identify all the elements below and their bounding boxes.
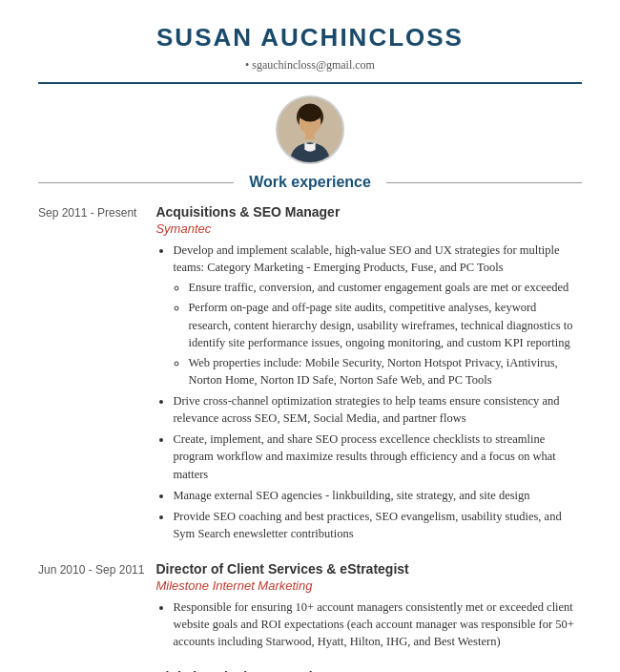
work-experience-header: Work experience [38, 174, 582, 191]
job-title-1: Director of Client Services & eStrategis… [155, 561, 582, 577]
sub-bullets-0-0: Ensure traffic, conversion, and customer… [173, 279, 582, 388]
job-row-1: Jun 2010 - Sep 2011Director of Client Se… [38, 561, 582, 669]
bullet-0-0: Develop and implement scalable, high-val… [173, 242, 582, 388]
header-section: SUSAN AUCHINCLOSS sgauchincloss@gmail.co… [38, 23, 582, 84]
sub-bullet-0-0-1: Perform on-page and off-page site audits… [188, 299, 582, 350]
bullet-0-1: Drive cross-channel optimization strateg… [173, 392, 582, 427]
bullet-0-2: Create, implement, and share SEO process… [173, 430, 582, 482]
job-detail-1: Director of Client Services & eStrategis… [152, 561, 582, 669]
job-title-0: Acquisitions & SEO Manager [155, 204, 582, 220]
job-detail-0: Acquisitions & SEO ManagerSymantecDevelo… [152, 204, 582, 561]
resume-container: SUSAN AUCHINCLOSS sgauchincloss@gmail.co… [0, 0, 620, 672]
job-dates-1: Jun 2010 - Sep 2011 [38, 561, 152, 669]
job-row-0: Sep 2011 - PresentAcquisitions & SEO Man… [38, 204, 582, 561]
svg-rect-4 [305, 133, 314, 140]
sub-bullet-0-0-0: Ensure traffic, conversion, and customer… [188, 279, 582, 296]
section-title-work: Work experience [234, 174, 386, 191]
experience-table: Sep 2011 - PresentAcquisitions & SEO Man… [38, 204, 582, 672]
sub-bullet-0-0-2: Web properties include: Mobile Security,… [188, 354, 582, 388]
profile-photo [276, 95, 344, 164]
job-bullets-0: Develop and implement scalable, high-val… [155, 242, 582, 542]
contact-line: sgauchincloss@gmail.com [38, 58, 582, 73]
job-company-1: Milestone Internet Marketing [155, 578, 582, 593]
section-line-left [38, 182, 234, 183]
bullet-0-4: Provide SEO coaching and best practices,… [173, 508, 582, 542]
photo-container [38, 95, 582, 164]
svg-point-3 [299, 104, 322, 122]
section-line-right [386, 182, 582, 183]
email-address: sgauchincloss@gmail.com [252, 58, 375, 72]
bullet-0-3: Manage external SEO agencies - linkbuild… [173, 487, 582, 504]
job-dates-0: Sep 2011 - Present [38, 204, 152, 561]
job-bullets-1: Responsible for ensuring 10+ account man… [155, 598, 582, 650]
profile-photo-svg [278, 95, 342, 164]
candidate-name: SUSAN AUCHINCLOSS [38, 23, 582, 52]
job-company-0: Symantec [155, 221, 582, 236]
bullet-1-0: Responsible for ensuring 10+ account man… [173, 598, 582, 650]
